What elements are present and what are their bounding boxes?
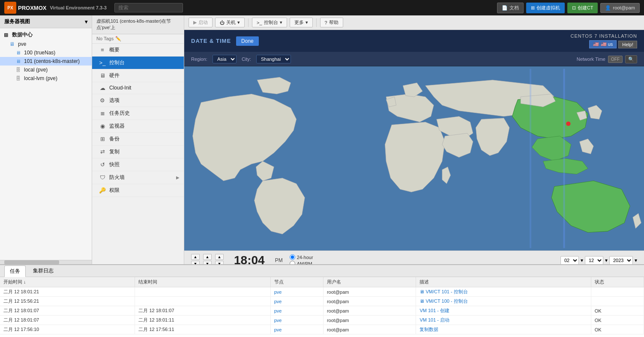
desc-link-2[interactable]: VM 101 - 创建	[419, 308, 449, 313]
doc-icon: 📄	[502, 5, 508, 11]
menu-item-cloud-init[interactable]: ☁ Cloud-Init	[92, 82, 184, 94]
edit-tag-icon[interactable]: ✏️	[115, 36, 121, 42]
console-button[interactable]: >_ 控制台 ▾	[252, 18, 287, 27]
dt-dialog-header: DATE & TIME Done CENTOS 7 INSTALLATION 🇺…	[184, 30, 644, 52]
desc-link-4[interactable]: 复制数据	[419, 327, 438, 332]
desc-link-3[interactable]: VM 101 - 启动	[419, 317, 449, 322]
col-username[interactable]: 用户名	[323, 277, 416, 287]
search-input[interactable]	[114, 3, 183, 12]
tree-label-local-lvm: local-lvm (pve)	[24, 75, 57, 81]
col-start-time[interactable]: 开始时间 ↓	[0, 277, 135, 287]
tree-node-vm101[interactable]: 🖥 101 (centos-k8s-master)	[0, 57, 92, 66]
day-select[interactable]: 02	[560, 256, 579, 264]
firewall-expand-arrow[interactable]: ▶	[176, 175, 180, 180]
month-select[interactable]: 12	[585, 256, 603, 264]
24h-radio[interactable]	[290, 254, 295, 260]
ampm-label[interactable]: AM/PM	[290, 261, 313, 264]
create-vm-button[interactable]: ⊞ 创建虚拟机	[526, 3, 565, 13]
replication-icon: ⇄	[99, 149, 106, 155]
city-label: City:	[242, 57, 251, 62]
24h-label[interactable]: 24-hour	[290, 254, 313, 260]
col-node[interactable]: 节点	[270, 277, 323, 287]
permissions-icon: 🔑	[99, 187, 106, 194]
menu-item-hardware[interactable]: 🖥 硬件	[92, 69, 184, 82]
vm-icon: ⊞	[531, 5, 535, 11]
desc-link-1[interactable]: VM/CT 100 - 控制台	[425, 298, 467, 304]
world-map-container[interactable]	[184, 66, 644, 251]
console-label: 控制台	[264, 19, 278, 26]
done-button[interactable]: Done	[236, 36, 259, 46]
menu-item-permissions[interactable]: 🔑 权限	[92, 184, 184, 197]
menu-item-options[interactable]: ⚙ 选项	[92, 94, 184, 107]
tree-node-datacenter[interactable]: ⊞ 数据中心	[0, 30, 92, 40]
topbar: PX PROXMOX Virtual Environment 7.3-3 📄 文…	[0, 0, 644, 15]
sidebar-collapse-icon[interactable]: ▾	[85, 19, 87, 25]
docs-button[interactable]: 📄 文档	[497, 3, 524, 13]
region-select[interactable]: Asia	[213, 55, 237, 63]
more-button[interactable]: 更多 ▾	[290, 18, 313, 27]
col-description[interactable]: 描述	[416, 277, 591, 287]
tree-node-local-lvm[interactable]: 🗄 local-lvm (pve)	[0, 74, 92, 83]
start-button[interactable]: ▶ 启动	[189, 18, 213, 27]
ntp-search-button[interactable]: 🔍	[625, 55, 637, 63]
tree-node-pve[interactable]: 🖥 pve	[0, 40, 92, 48]
create-ct-button[interactable]: ⊡ 创建CT	[567, 3, 598, 13]
node-link-1[interactable]: pve	[274, 299, 282, 304]
tab-cluster-log[interactable]: 集群日志	[27, 265, 59, 277]
tree-node-vm100[interactable]: 🖥 100 (trueNas)	[0, 48, 92, 57]
menu-item-snapshot[interactable]: ↺ 快照	[92, 158, 184, 171]
seconds-down-button[interactable]: ▼	[215, 261, 224, 264]
cell-start-2: 二月 12 18:01:07	[0, 306, 135, 316]
city-select[interactable]: Shanghai	[256, 55, 291, 63]
help-label: 帮助	[329, 19, 338, 26]
menu-item-monitor[interactable]: ◉ 监视器	[92, 120, 184, 133]
node-link-0[interactable]: pve	[274, 289, 282, 295]
desc-link-0[interactable]: VM/CT 101 - 控制台	[425, 289, 467, 294]
menu-item-task-history[interactable]: ≣ 任务历史	[92, 107, 184, 120]
node-link-4[interactable]: pve	[274, 327, 282, 332]
shutdown-icon: ⏻	[220, 20, 225, 25]
menu-label-replication: 复制	[109, 148, 120, 155]
menu-item-summary[interactable]: ≡ 概要	[92, 44, 184, 57]
cloud-init-icon: ☁	[99, 85, 106, 91]
centos-help-button[interactable]: Help!	[618, 41, 637, 48]
sidebar-horizontal-scrollbar[interactable]	[0, 260, 92, 264]
centos-badge: CENTOS 7 INSTALLATION 🇺🇸 🇺🇸 us Help!	[571, 33, 637, 48]
node-link-3[interactable]: pve	[274, 318, 282, 323]
hours-down-button[interactable]: ▼	[191, 261, 200, 264]
tab-tasks[interactable]: 任务	[4, 265, 26, 277]
menu-label-task-history: 任务历史	[109, 110, 130, 117]
seconds-up-button[interactable]: ▲	[215, 254, 224, 260]
vm-header: 虚拟机101 (centos-k8s-master)在节点'pve'上	[92, 15, 184, 34]
help-button[interactable]: ? 帮助	[320, 18, 343, 27]
hardware-icon: 🖥	[99, 72, 106, 79]
user-button[interactable]: 👤 root@pam	[600, 3, 640, 13]
sidebar: 服务器视图 ▾ ⊞ 数据中心 🖥 pve 🖥 100 (trueNas) 🖥 1	[0, 15, 92, 264]
ampm-radio[interactable]	[290, 261, 295, 264]
tree-node-local[interactable]: 🗄 local (pve)	[0, 66, 92, 74]
hours-up-button[interactable]: ▲	[191, 254, 200, 260]
menu-item-console[interactable]: >_ 控制台	[92, 57, 184, 69]
menu-item-firewall[interactable]: 🛡 防火墙 ▶	[92, 171, 184, 184]
24h-text: 24-hour	[297, 255, 313, 260]
sidebar-title: 服务器视图	[4, 18, 30, 25]
shutdown-button[interactable]: ⏻ 关机 ▾	[215, 18, 245, 27]
minutes-up-button[interactable]: ▲	[203, 254, 212, 260]
monitor-menu-icon: ◉	[99, 123, 106, 129]
us-flag-icon: 🇺🇸	[593, 42, 599, 47]
menu-item-backup[interactable]: ⊞ 备份	[92, 133, 184, 146]
region-label: Region:	[191, 57, 207, 62]
node-link-2[interactable]: pve	[274, 308, 282, 313]
ntp-toggle[interactable]: OFF	[608, 56, 623, 63]
cell-desc-1: 🖥 VM/CT 100 - 控制台	[416, 297, 591, 306]
cell-status-2: OK	[591, 306, 644, 316]
col-end-time[interactable]: 结束时间	[135, 277, 270, 287]
tree-label-datacenter: 数据中心	[12, 31, 33, 39]
menu-item-replication[interactable]: ⇄ 复制	[92, 146, 184, 158]
content-area: ▶ 启动 ⏻ 关机 ▾ >_ 控制台 ▾ 更多 ▾ ? 帮助	[184, 15, 644, 264]
minutes-down-button[interactable]: ▼	[203, 261, 212, 264]
cell-user-2: root@pam	[323, 306, 416, 316]
local-lvm-storage-icon: 🗄	[15, 76, 21, 81]
col-status[interactable]: 状态	[591, 277, 644, 287]
year-select[interactable]: 2023	[609, 256, 633, 264]
